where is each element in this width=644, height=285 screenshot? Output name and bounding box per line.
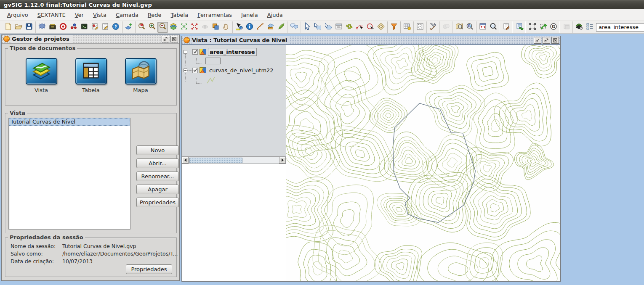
zoom-in-button[interactable]	[147, 22, 157, 33]
info-button[interactable]	[244, 22, 255, 33]
locator-setup-button[interactable]	[477, 22, 488, 33]
zoom-layers-button[interactable]	[168, 22, 178, 33]
sextante-graph-button[interactable]	[68, 22, 79, 33]
collapse-icon[interactable]	[184, 50, 187, 54]
info-cursor-button[interactable]: i	[234, 22, 244, 33]
sextante-history-button[interactable]	[89, 22, 100, 33]
zoom-out-button[interactable]	[157, 22, 168, 33]
frame-select-button[interactable]	[527, 22, 538, 33]
open-project-button[interactable]	[13, 22, 24, 33]
measure-distance-button[interactable]	[255, 22, 265, 33]
zoom-redo-button[interactable]	[136, 22, 147, 33]
pan-frames-button[interactable]	[210, 22, 221, 33]
measure-area-icon	[266, 22, 275, 32]
renomear-button[interactable]: Renomear...	[136, 172, 179, 181]
close-button[interactable]	[170, 36, 178, 42]
zoom-previous-button[interactable]	[200, 22, 210, 33]
novo-button[interactable]: Novo	[136, 145, 179, 155]
menu-ferramentas[interactable]: Ferramentas	[193, 10, 237, 20]
view-list-item[interactable]: Tutorial Curvas de Nivel	[9, 118, 130, 126]
layer-manager-button[interactable]	[574, 22, 584, 33]
maximize-button[interactable]	[543, 37, 550, 44]
locator-setup-icon	[479, 22, 487, 32]
sextante-toolbox-button[interactable]	[37, 22, 47, 33]
select-circle-button[interactable]	[365, 22, 375, 33]
filter-button[interactable]	[389, 22, 399, 33]
select-rectangle-button[interactable]	[312, 22, 323, 33]
map-canvas[interactable]	[286, 45, 560, 281]
sextante-help-button[interactable]: ?	[110, 22, 121, 33]
doc-type-label: Vista	[35, 87, 48, 93]
table-manager-button[interactable]	[402, 22, 412, 33]
zoom-selection-button[interactable]	[178, 22, 189, 33]
pixel-matrix-button[interactable]	[415, 22, 425, 33]
apagar-button[interactable]: Apagar	[136, 185, 179, 194]
maximize-button[interactable]	[162, 36, 169, 42]
menu-janela[interactable]: Janela	[237, 10, 263, 20]
sextante-console-button[interactable]	[79, 22, 89, 33]
select-vertex-button[interactable]	[354, 22, 365, 33]
add-layer-button[interactable]	[123, 22, 134, 33]
scroll-right-button[interactable]	[279, 157, 286, 164]
menu-arquivo[interactable]: Arquivo	[3, 10, 33, 20]
attribute-window-button[interactable]	[333, 22, 344, 33]
menu-ajuda[interactable]: Ajuda	[263, 10, 287, 20]
abrir-button[interactable]: Abrir...	[136, 158, 179, 168]
vista-document-button[interactable]	[26, 58, 57, 84]
view-window-titlebar[interactable]: Vista : Tutorial Curvas de Nivel	[182, 36, 560, 45]
views-listbox[interactable]: Tutorial Curvas de Nivel	[8, 118, 130, 230]
new-document-button[interactable]	[3, 22, 13, 33]
select-lasso-button[interactable]	[323, 22, 333, 33]
menu-camada[interactable]: Camada	[111, 10, 143, 20]
layer-name[interactable]: area_interesse	[208, 48, 257, 56]
geoprocess-shapes-button[interactable]	[441, 22, 451, 33]
catalog-search-button[interactable]	[454, 22, 464, 33]
layer-name[interactable]: curvas_de_nivel_utm22	[208, 67, 275, 74]
collapse-icon[interactable]	[184, 69, 187, 72]
session-row-value: Tutorial Curvas de Nivel.gvp	[62, 243, 136, 249]
toolbox-button[interactable]	[428, 22, 438, 33]
zoom-full-extent-button[interactable]	[189, 22, 200, 33]
restore-button[interactable]	[534, 37, 541, 44]
layer-visibility-checkbox[interactable]	[192, 49, 198, 55]
session-properties-button[interactable]: Propriedades	[126, 264, 172, 274]
layer-tree[interactable]: area_interesse curvas_de_nivel_utm22	[182, 45, 286, 157]
save-project-button[interactable]	[24, 22, 34, 33]
layer-row[interactable]: curvas_de_nivel_utm22	[184, 66, 275, 74]
scroll-left-button[interactable]	[182, 157, 189, 164]
pan-hand-button[interactable]	[221, 22, 231, 33]
search-magnifier-button[interactable]	[488, 22, 498, 33]
menu-vista[interactable]: Vista	[88, 10, 111, 20]
invert-selection-button[interactable]	[344, 22, 354, 33]
sextante-models-button[interactable]	[47, 22, 58, 33]
menu-tabela[interactable]: Tabela	[166, 10, 193, 20]
hyperlink-button[interactable]	[289, 22, 299, 33]
sextante-target-button[interactable]	[58, 22, 68, 33]
measure-area-button[interactable]	[265, 22, 276, 33]
geoprocess-g-button[interactable]: G	[548, 22, 559, 33]
menu-ver[interactable]: Ver	[70, 10, 88, 20]
style-brush-button[interactable]	[501, 22, 511, 33]
layer-row[interactable]: area_interesse	[184, 48, 257, 56]
frame-export-button[interactable]	[538, 22, 548, 33]
menu-sextante[interactable]: SEXTANTE	[33, 10, 70, 20]
centroid-feather-button[interactable]	[276, 22, 286, 33]
layer-visibility-checkbox[interactable]	[192, 68, 198, 73]
toc-horizontal-scrollbar[interactable]	[182, 157, 286, 164]
script-refresh-button[interactable]	[514, 22, 524, 33]
scrollbar-thumb[interactable]	[189, 158, 242, 163]
frame-insert-button[interactable]	[561, 22, 572, 33]
sextante-edit-button[interactable]	[100, 22, 110, 33]
mapa-document-button[interactable]	[125, 58, 157, 84]
select-buffer-button[interactable]	[375, 22, 386, 33]
layer-combo[interactable]: area_interesse	[596, 23, 644, 32]
menu-rede[interactable]: Rede	[143, 10, 166, 20]
project-manager-titlebar[interactable]: Gestor de projetos	[2, 35, 179, 44]
tabela-document-button[interactable]	[75, 58, 107, 84]
scrollbar-track[interactable]	[189, 157, 279, 164]
layer-order-button[interactable]	[584, 22, 595, 33]
close-button[interactable]	[551, 37, 559, 44]
select-arrow-button[interactable]	[302, 22, 312, 33]
propriedades-button[interactable]: Propriedades	[136, 198, 179, 207]
gazetteer-search-button[interactable]: B	[464, 22, 475, 33]
